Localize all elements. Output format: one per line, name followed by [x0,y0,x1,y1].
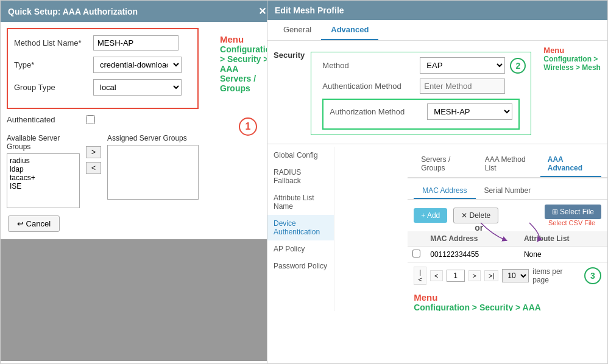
close-icon[interactable]: ✕ [258,5,266,17]
bottom-menu-path: Configuration > Security > AAAAAA Advanc… [414,303,601,311]
items-per-page-label: items per page [532,267,568,284]
available-list: radius ldap tacacs+ ISE [7,153,80,208]
method-list-name-row: Method List Name* [14,35,191,51]
method-list-name-input[interactable] [93,35,179,51]
authorization-method-row: Authorization Method MESH-AP [330,103,512,120]
inner-tab-mac[interactable]: MAC Address [414,183,475,199]
sidebar-item-attribute-list[interactable]: Attribute List Name [267,189,334,215]
right-menu-annotation: Menu Configuration > Wireless > Mesh [537,46,601,72]
authorization-method-box: Authorization Method MESH-AP [322,99,520,130]
security-label: Security [274,46,305,60]
arrow-svg [444,217,566,247]
inner-tab-serial[interactable]: Serial Number [476,183,540,199]
inner-tabs: MAC Address Serial Number [408,178,607,200]
mesh-tabs: General Advanced [267,20,607,41]
list-item: tacacs+ [10,173,77,182]
row-mac: 001122334455 [425,247,519,263]
assigned-server-groups: Assigned Server Groups [107,134,199,200]
auth-method-row: Authentication Method [316,79,526,94]
tab-servers-groups[interactable]: Servers / Groups [414,152,478,177]
first-page-btn[interactable]: |< [414,267,426,285]
server-groups-section: Available Server Groups radius ldap taca… [1,134,205,208]
method-select[interactable]: EAP [420,57,505,74]
right-panel: Edit Mesh Profile General Advanced Secur… [267,0,608,364]
prev-page-btn[interactable]: < [430,270,442,281]
row-checkbox-cell [408,247,425,263]
step-3-circle: 3 [584,267,601,284]
tab-advanced[interactable]: Advanced [321,20,378,40]
type-label: Type* [14,60,93,69]
assigned-list [107,145,199,200]
authenticated-label: Authenticated [7,115,86,124]
sidebar-item-device-auth[interactable]: Device Authentication [267,215,334,240]
right-panel-title: Edit Mesh Profile [267,1,607,20]
method-row: Method EAP 2 [316,57,526,74]
row-attr: None [519,247,607,263]
last-page-btn[interactable]: >| [484,270,498,281]
group-type-row: Group Type local [14,79,191,96]
list-item: ISE [10,182,77,191]
bottom-menu-annotation: Menu Configuration > Security > AAAAAA A… [408,289,607,311]
authenticated-row: Authenticated [1,115,205,134]
sidebar-item-radius-fallback[interactable]: RADIUS Fallback [267,164,334,189]
sidebar-item-password-policy[interactable]: Password Policy [267,257,334,275]
auth-method-input[interactable] [420,79,505,94]
bottom-sidebar: Global Config RADIUS Fallback Attribute … [267,147,334,311]
move-right-button[interactable]: > [86,146,101,158]
pagination-bar: |< < > >| 10 25 50 items per page 3 [408,263,607,289]
table-row: 001122334455 None [408,247,607,263]
page-input[interactable] [447,270,465,282]
tab-general[interactable]: General [274,20,321,40]
items-per-page-select[interactable]: 10 25 50 [502,269,529,282]
sidebar-item-global-config[interactable]: Global Config [267,147,334,164]
bottom-tabs: Servers / Groups AAA Method List AAA Adv… [408,152,607,178]
bottom-menu-label: Menu [414,292,601,303]
cancel-button[interactable]: ↩ Cancel [8,215,60,232]
left-panel-title: Quick Setup: AAA Authorization ✕ [1,1,274,22]
gray-placeholder [1,239,274,361]
method-list-name-label: Method List Name* [14,38,93,47]
security-section: Method EAP 2 Authentication Method Autho… [311,52,531,135]
bottom-section: Global Config RADIUS Fallback Attribute … [267,147,607,311]
auth-method-label: Authentication Method [322,82,420,91]
group-type-label: Group Type [14,83,93,92]
left-panel-title-text: Quick Setup: AAA Authorization [8,7,138,16]
available-server-groups: Available Server Groups radius ldap taca… [7,134,80,208]
method-label: Method [322,61,420,70]
form-section: Method List Name* Type* credential-downl… [7,28,199,109]
authorization-method-select[interactable]: MESH-AP [427,103,512,120]
left-panel: Quick Setup: AAA Authorization ✕ Method … [0,0,274,364]
add-button[interactable]: + Add [414,208,447,223]
authorization-method-label: Authorization Method [330,107,427,116]
type-select[interactable]: credential-download [93,57,182,73]
sidebar-item-ap-policy[interactable]: AP Policy [267,240,334,257]
list-item: ldap [10,165,77,173]
available-label: Available Server Groups [7,134,80,151]
step-1-circle: 1 [239,117,257,136]
type-row: Type* credential-download [14,57,191,73]
group-type-select[interactable]: local [93,79,182,96]
tab-aaa-method-list[interactable]: AAA Method List [478,152,540,177]
tab-aaa-advanced[interactable]: AAA Advanced [540,152,601,177]
authenticated-checkbox[interactable] [86,115,95,124]
next-page-btn[interactable]: > [468,270,481,281]
bottom-content: Servers / Groups AAA Method List AAA Adv… [408,147,607,311]
right-menu-label: Menu [543,46,601,55]
right-panel-title-text: Edit Mesh Profile [275,5,344,15]
table-header-checkbox [408,231,425,247]
right-menu-path: Configuration > Wireless > Mesh [543,55,601,72]
list-item: radius [10,156,77,165]
step-2-circle: 2 [510,58,526,74]
move-left-button[interactable]: < [86,162,101,174]
row-checkbox[interactable] [412,250,420,257]
assigned-label: Assigned Server Groups [107,134,199,142]
arrow-buttons: > < [86,134,101,174]
